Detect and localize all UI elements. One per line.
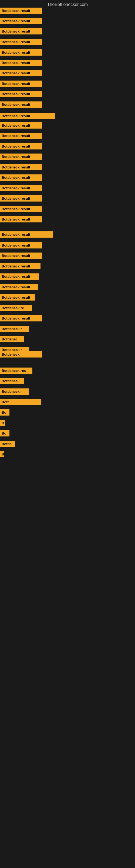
bottleneck-result-item: Bottleneck result — [0, 81, 42, 87]
bottleneck-result-item: Bottleneck result — [0, 185, 42, 191]
bottleneck-result-item: Bottleneck result — [0, 39, 42, 45]
bottleneck-result-item: B — [0, 420, 5, 426]
bottleneck-result-item: Bottleneck re — [0, 305, 32, 311]
bottleneck-result-item: Bo — [0, 409, 9, 415]
bottleneck-result-item: Bottleneck result — [0, 242, 42, 248]
bottleneck-result-item: Bottleneck result — [0, 70, 42, 76]
bottleneck-result-item: Bottleneck result — [0, 252, 42, 259]
bottleneck-result-item: Bottleneck result — [0, 315, 42, 321]
bottleneck-result-item: Bottleneck result — [0, 133, 42, 139]
bottleneck-result-item: Bottleneck result — [0, 195, 42, 202]
bottleneck-result-item: Bottleneck result — [0, 231, 53, 238]
bottleneck-result-item: Bottleneck result — [0, 28, 42, 34]
bottleneck-result-item: Bottleneck result — [0, 8, 42, 14]
bottleneck-result-item: Bottleneck result — [0, 175, 42, 181]
bottleneck-result-item: Bottleneck result — [0, 143, 42, 150]
bottleneck-result-item: Bottleneck result — [0, 154, 42, 160]
bottleneck-result-item: Bottleneck result — [0, 206, 42, 212]
bottleneck-result-item: Bottleneck result — [0, 101, 42, 108]
bottleneck-result-item: Bo — [0, 430, 9, 436]
bottleneck-result-item: Bottleneck result — [0, 284, 38, 290]
bottleneck-result-item: Bottle — [0, 441, 15, 447]
bottleneck-result-item: Bottleneck result — [0, 50, 42, 56]
bottleneck-result-item: Bottleneck result — [0, 18, 42, 24]
bottleneck-result-item: Bottleneck res — [0, 368, 32, 374]
bottleneck-result-item: Bottleneck result — [0, 164, 42, 170]
bottleneck-result-item: Bottleneck result — [0, 122, 42, 129]
bottleneck-result-item: Bottleneck result — [0, 91, 42, 97]
bottleneck-result-item: Bottlenec — [0, 336, 24, 342]
bottleneck-result-item: Bottleneck result — [0, 60, 42, 66]
bottleneck-result-item: Bottlenec — [0, 378, 24, 384]
bottleneck-result-item: Bott — [0, 399, 41, 405]
bottleneck-result-item: B — [0, 451, 4, 457]
bottleneck-result-item: Bottleneck result — [0, 216, 42, 222]
bottleneck-result-item: Bottleneck r — [0, 389, 29, 395]
bottleneck-result-item: Bottleneck result — [0, 273, 39, 280]
bottleneck-result-item: Bottleneck result — [0, 113, 55, 119]
bottleneck-result-item: Bottleneck result — [0, 294, 35, 301]
bottleneck-result-item: Bottleneck result — [0, 263, 41, 269]
bottleneck-result-item: Bottleneck r — [0, 326, 29, 332]
bottleneck-result-item: Bottleneck — [0, 351, 42, 358]
